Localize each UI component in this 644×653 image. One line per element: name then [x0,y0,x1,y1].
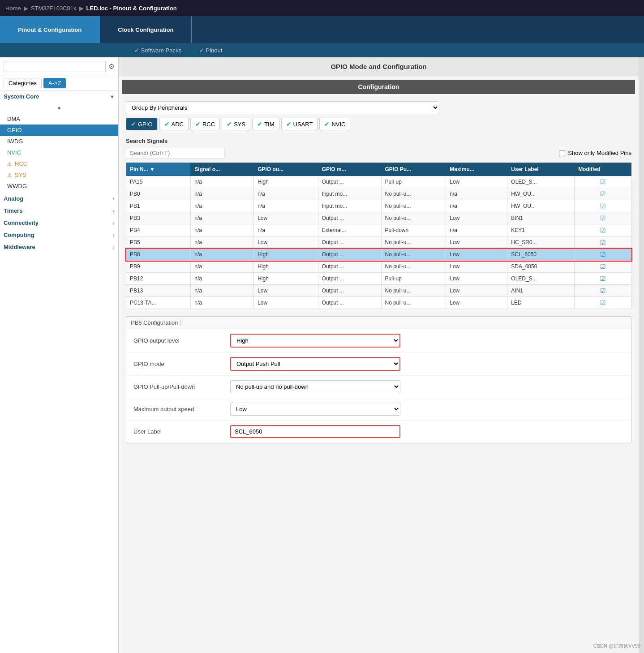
pb8-config-title: PB8 Configuration : [126,317,631,329]
group-by-row: Group By Peripherals [119,98,639,118]
table-row[interactable]: PB13n/aLowOutput ...No pull-u...LowAIN1☑ [126,285,631,297]
show-modified-checkbox[interactable] [559,150,565,156]
config-row-gpio-mode: GPIO mode Output Push Pull [126,352,631,376]
sidebar-item-sys[interactable]: ⚠SYS [0,169,118,180]
sidebar-item-rcc[interactable]: ⚠RCC [0,158,118,169]
sidebar-section-analog[interactable]: Analog › [0,193,118,205]
search-signals-label: Search Signals [126,137,631,144]
sidebar-section-connectivity[interactable]: Connectivity › [0,217,118,229]
system-core-label: System Core [4,93,39,100]
table-row[interactable]: PB0n/an/aInput mo...No pull-u...n/aHW_OU… [126,188,631,200]
periph-tab-nvic[interactable]: ✔ NVIC [319,118,350,130]
gpio-mode-select[interactable]: Output Push Pull [230,357,400,371]
modified-check: ☑ [600,227,606,234]
th-user-label: User Label [507,163,575,176]
sidebar-search-input[interactable] [4,61,106,72]
sidebar-search-row: ⚙ [0,57,118,76]
connectivity-label: Connectivity [4,219,39,226]
tab-categories[interactable]: Categories [4,78,42,88]
sidebar-item-gpio[interactable]: GPIO [0,125,118,136]
tab-az[interactable]: A->Z [43,78,66,88]
periph-tab-sys[interactable]: ✔ SYS [222,118,250,130]
table-header-row: Pin N... ▼ Signal o... GPIO ou... GPIO m… [126,163,631,176]
user-label-input[interactable] [230,425,400,438]
max-speed-label: Maximum output speed [133,406,223,412]
sub-tab-pinout[interactable]: ✓ Pinout [190,47,231,54]
config-row-max-speed: Maximum output speed Low [126,398,631,421]
periph-tab-gpio[interactable]: ✔ GPIO [126,118,158,130]
modified-check: ☑ [600,178,606,185]
sidebar-section-middleware[interactable]: Middleware › [0,241,118,253]
modified-check: ☑ [600,275,606,282]
show-modified-row: Show only Modified Pins [559,150,631,156]
config-section-title: Configuration [122,80,635,94]
peripheral-tabs: ✔ GPIO ✔ ADC ✔ RCC ✔ SYS ✔ TIM ✔ USART [119,118,639,130]
show-modified-label: Show only Modified Pins [568,150,631,156]
breadcrumb-device[interactable]: STM32F103C81x [31,5,77,12]
th-gpio-pu: GPIO Pu... [381,163,446,176]
sidebar-section-timers[interactable]: Timers › [0,205,118,217]
th-gpio-mode: GPIO m... [318,163,381,176]
table-row[interactable]: PB1n/an/aInput mo...No pull-u...n/aHW_OU… [126,200,631,212]
breadcrumb-sep-2: ▶ [79,5,84,12]
modified-check: ☑ [600,287,606,294]
table-row[interactable]: PB4n/an/aExternal...Pull-downn/aKEY1☑ [126,224,631,236]
periph-tab-rcc[interactable]: ✔ RCC [190,118,220,130]
computing-chevron: › [113,232,115,238]
right-scrollbar[interactable] [639,57,644,653]
sidebar-section-computing[interactable]: Computing › [0,229,118,241]
th-modified: Modified [575,163,631,176]
sidebar-item-nvic[interactable]: NVIC [0,147,118,158]
modified-check: ☑ [600,251,606,258]
tim-check-icon: ✔ [257,120,262,128]
table-row[interactable]: PA15n/aHighOutput ...Pull-upLowOLED_S...… [126,176,631,188]
gpio-output-level-control: High [230,334,624,348]
group-by-select[interactable]: Group By Peripherals [126,101,439,114]
usart-check-icon: ✔ [286,120,292,128]
modified-check: ☑ [600,239,606,246]
sidebar-tabs: Categories A->Z [0,76,118,90]
table-row[interactable]: PB5n/aLowOutput ...No pull-u...LowHC_SR0… [126,236,631,249]
gear-icon[interactable]: ⚙ [108,62,115,71]
tab-clock[interactable]: Clock Configuration [100,16,192,43]
nvic-check-icon: ✔ [324,120,330,128]
gpio-table: Pin N... ▼ Signal o... GPIO ou... GPIO m… [126,163,631,309]
gpio-mode-control: Output Push Pull [230,357,624,371]
sys-check-icon: ✔ [227,120,232,128]
table-row[interactable]: PB9n/aHighOutput ...No pull-u...LowSDA_6… [126,261,631,273]
breadcrumb-home[interactable]: Home [5,5,21,12]
gpio-pull-select[interactable]: No pull-up and no pull-down [230,380,400,393]
tab-pinout[interactable]: Pinout & Configuration [0,16,100,43]
sub-tab-software-packs[interactable]: ✓ Software Packs [125,47,190,54]
table-row[interactable]: PB3n/aLowOutput ...No pull-u...LowBIN1☑ [126,212,631,224]
sidebar-section-system-core[interactable]: System Core ▼ [0,90,118,103]
sub-tab-bar: ✓ Software Packs ✓ Pinout [0,43,644,57]
th-gpio-out: GPIO ou... [254,163,318,176]
gpio-output-level-label: GPIO output level [133,337,223,344]
user-label-control [230,425,624,438]
search-signals-row: Show only Modified Pins [126,147,631,159]
config-row-gpio-pull: GPIO Pull-up/Pull-down No pull-up and no… [126,376,631,398]
periph-tab-usart[interactable]: ✔ USART [281,118,318,130]
config-row-gpio-output-level: GPIO output level High [126,329,631,352]
sidebar-item-wwdg[interactable]: WWDG [0,180,118,192]
search-signals-input[interactable] [126,147,224,159]
table-row[interactable]: PC13-TA...n/aLowOutput ...No pull-u...Lo… [126,297,631,309]
config-row-user-label: User Label [126,421,631,443]
sidebar-up-arrow: ▲ [0,103,118,112]
table-row[interactable]: PB8n/aHighOutput ...No pull-u...LowSCL_6… [126,249,631,261]
gpio-check-icon: ✔ [131,120,136,128]
periph-tab-adc[interactable]: ✔ ADC [159,118,189,130]
system-core-items: DMA GPIO IWDG NVIC ⚠RCC ⚠SYS WWDG [0,112,118,193]
table-row[interactable]: PB12n/aHighOutput ...Pull-upLowOLED_S...… [126,273,631,285]
gpio-output-level-select[interactable]: High [230,334,400,348]
analog-label: Analog [4,195,23,202]
breadcrumb-bar: Home ▶ STM32F103C81x ▶ LED.ioc - Pinout … [0,0,644,16]
periph-tab-tim[interactable]: ✔ TIM [252,118,279,130]
sidebar-item-iwdg[interactable]: IWDG [0,136,118,147]
sidebar-item-dma[interactable]: DMA [0,113,118,125]
max-speed-select[interactable]: Low [230,403,400,416]
modified-check: ☑ [600,202,606,210]
rcc-warn-icon: ⚠ [7,161,12,167]
user-label-label: User Label [133,428,223,435]
